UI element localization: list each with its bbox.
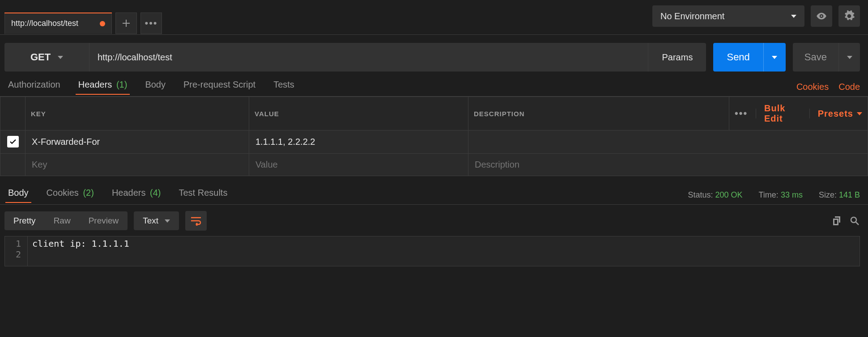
response-meta: Status: 200 OK Time: 33 ms Size: 141 B xyxy=(688,190,860,200)
chevron-down-icon xyxy=(791,15,796,18)
view-raw[interactable]: Raw xyxy=(45,211,80,230)
copy-response-button[interactable] xyxy=(831,215,842,226)
response-toolbar: Pretty Raw Preview Text xyxy=(0,205,868,236)
size-value: 141 B xyxy=(839,190,860,199)
bulk-edit-link[interactable]: Bulk Edit xyxy=(764,103,801,124)
code-line: client ip: 1.1.1.1 xyxy=(32,238,129,249)
tab-body[interactable]: Body xyxy=(145,80,166,94)
resp-tab-cookies-count: (2) xyxy=(83,188,94,198)
tab-headers[interactable]: Headers (1) xyxy=(78,80,128,94)
headers-table-head: KEY VALUE DESCRIPTION ••• Bulk Edit Pres… xyxy=(0,97,868,131)
request-builder-row: GET Params Send Save xyxy=(0,35,868,72)
tab-options-button[interactable]: ••• xyxy=(140,13,162,34)
status-label: Status: xyxy=(688,190,713,199)
send-button-group: Send xyxy=(713,43,785,72)
copy-icon xyxy=(831,215,842,226)
resp-tab-cookies-label: Cookies xyxy=(47,188,79,198)
save-label: Save xyxy=(804,51,827,63)
col-value: VALUE xyxy=(249,97,468,131)
tab-prerequest[interactable]: Pre-request Script xyxy=(183,80,255,94)
table-row xyxy=(0,131,868,154)
ellipsis-icon: ••• xyxy=(145,17,157,29)
params-button[interactable]: Params xyxy=(648,43,706,72)
header-options-button[interactable]: ••• xyxy=(735,108,748,119)
header-desc-input[interactable] xyxy=(474,159,862,170)
response-body: 1 2 client ip: 1.1.1.1 xyxy=(4,236,860,266)
size-label: Size: xyxy=(819,190,837,199)
send-button[interactable]: Send xyxy=(713,43,763,72)
environment-select[interactable]: No Environment xyxy=(652,5,804,27)
save-button-group: Save xyxy=(793,43,860,72)
svg-point-0 xyxy=(851,217,856,223)
resp-tab-headers-label: Headers xyxy=(112,188,146,198)
code-link[interactable]: Code xyxy=(838,82,860,92)
gear-icon xyxy=(843,10,855,22)
chevron-down-icon xyxy=(847,56,852,59)
view-pretty[interactable]: Pretty xyxy=(4,211,45,230)
top-bar-right: No Environment xyxy=(652,0,868,27)
tab-tests[interactable]: Tests xyxy=(273,80,294,94)
method-label: GET xyxy=(30,51,51,63)
eye-icon xyxy=(816,10,827,22)
table-row-placeholder xyxy=(0,154,868,176)
line-number: 2 xyxy=(16,249,21,260)
view-preview[interactable]: Preview xyxy=(80,211,128,230)
headers-table: KEY VALUE DESCRIPTION ••• Bulk Edit Pres… xyxy=(0,97,868,176)
request-tabs: Authorization Headers (1) Body Pre-reque… xyxy=(0,72,868,97)
col-key: KEY xyxy=(26,97,249,131)
search-icon xyxy=(849,215,860,226)
chevron-down-icon xyxy=(857,112,862,115)
line-gutter: 1 2 xyxy=(5,236,28,266)
time-label: Time: xyxy=(759,190,779,199)
row-checkbox[interactable] xyxy=(7,136,19,147)
send-options-button[interactable] xyxy=(763,43,786,72)
col-desc: DESCRIPTION xyxy=(468,97,729,131)
time-value: 33 ms xyxy=(781,190,803,199)
method-url-bar: GET Params xyxy=(4,43,706,72)
tab-headers-count: (1) xyxy=(116,80,127,89)
header-key-input[interactable] xyxy=(31,136,243,147)
quick-look-button[interactable] xyxy=(811,5,832,27)
tab-headers-label: Headers xyxy=(78,80,112,89)
params-label: Params xyxy=(662,52,693,63)
method-select[interactable]: GET xyxy=(4,43,89,72)
send-label: Send xyxy=(727,51,749,63)
header-value-input[interactable] xyxy=(255,136,463,147)
check-icon xyxy=(9,138,17,146)
request-tab-title: http://localhost/test xyxy=(11,19,78,28)
status-value: 200 OK xyxy=(715,190,742,199)
resp-tab-cookies[interactable]: Cookies (2) xyxy=(47,188,94,202)
new-tab-button[interactable] xyxy=(115,13,137,34)
save-button[interactable]: Save xyxy=(793,43,838,72)
line-number: 1 xyxy=(16,238,21,249)
request-tab[interactable]: http://localhost/test xyxy=(4,13,112,34)
chevron-down-icon xyxy=(58,56,63,59)
resp-tab-headers-count: (4) xyxy=(150,188,161,198)
view-mode-segment: Pretty Raw Preview xyxy=(4,211,128,230)
save-options-button[interactable] xyxy=(838,43,860,72)
resp-tab-body[interactable]: Body xyxy=(8,188,29,202)
divider xyxy=(809,109,810,118)
lang-select[interactable]: Text xyxy=(134,211,179,230)
wrap-lines-button[interactable] xyxy=(185,211,207,231)
cookies-link[interactable]: Cookies xyxy=(796,82,829,92)
search-response-button[interactable] xyxy=(849,215,860,226)
header-key-input[interactable] xyxy=(31,159,243,170)
tab-authorization[interactable]: Authorization xyxy=(8,80,60,94)
header-desc-input[interactable] xyxy=(474,136,862,147)
resp-tab-tests[interactable]: Test Results xyxy=(179,188,228,202)
settings-button[interactable] xyxy=(838,5,860,27)
plus-icon xyxy=(122,19,131,28)
presets-select[interactable]: Presets xyxy=(818,109,862,119)
header-value-input[interactable] xyxy=(255,159,463,170)
url-input[interactable] xyxy=(89,43,648,72)
chevron-down-icon xyxy=(772,56,777,59)
resp-tab-headers[interactable]: Headers (4) xyxy=(112,188,161,202)
code-lines[interactable]: client ip: 1.1.1.1 xyxy=(28,236,859,266)
chevron-down-icon xyxy=(165,219,170,223)
top-bar: http://localhost/test ••• No Environment xyxy=(0,0,868,35)
unsaved-indicator-icon xyxy=(100,21,105,26)
presets-label: Presets xyxy=(818,109,853,119)
divider xyxy=(756,109,756,118)
environment-label: No Environment xyxy=(660,11,724,21)
